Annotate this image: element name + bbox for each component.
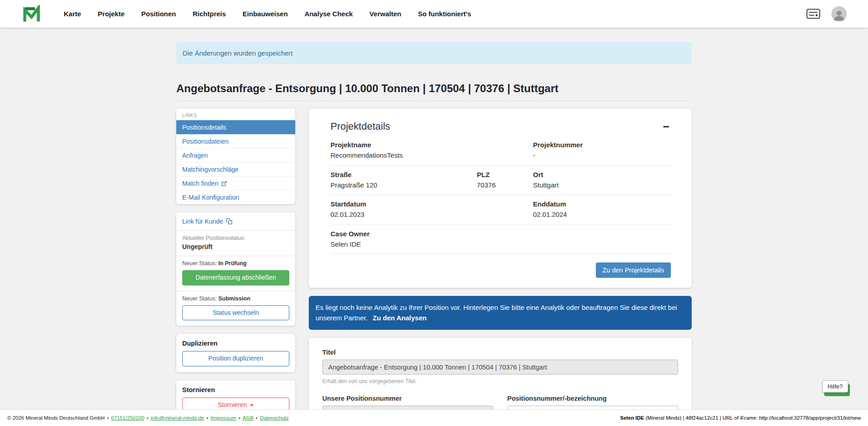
footer-separator [256,415,258,421]
main-nav: Karte Projekte Positionen Richtpreis Ein… [64,10,471,18]
detail-actions: Zu den Projektdetails [330,262,671,278]
complete-data-entry-button[interactable]: Datenerfassung abschließen [182,270,289,286]
nav-positionen[interactable]: Positionen [142,10,176,18]
footer-email-link[interactable]: info@mineral-minds.de [151,415,204,421]
sidebar-item-anfragen[interactable]: Anfragen [176,148,295,162]
new-status-line-2: Neuer Status: Submission [182,295,289,302]
footer-session-details: (Mineral Minds) | 48f24ac12c21 | URL of … [644,415,861,421]
field-plz: PLZ 70376 [477,170,533,190]
nav-karte[interactable]: Karte [64,10,81,18]
sidebar: LINKS Positionsdetails Positionsdateien … [176,108,295,426]
titel-input [322,360,678,375]
switch-status-button[interactable]: Status wechseln [182,305,289,321]
new-status-value-1: In Prüfung [218,260,247,267]
field-value: RecommendationsTests [330,151,477,160]
sidebar-item-match-finden[interactable]: Match finden [176,176,295,190]
success-alert: Die Änderungen wurden gespeichert [176,42,692,64]
field-startdatum: Startdatum 02.01.2023 [330,200,477,220]
new-status-label: Neuer Status: [182,260,217,267]
project-details-header: Projektdetails [330,121,671,132]
server-icon[interactable] [806,9,821,19]
analytics-link[interactable]: Zu den Analysen [373,314,426,322]
banner-text: Es liegt noch keine Analytik zu Ihrer Po… [316,304,677,322]
copy-icon [226,218,232,225]
links-heading: LINKS [176,108,295,120]
cancel-heading: Stornieren [176,380,295,398]
customer-link[interactable]: Link für Kunde [176,212,295,230]
current-status-value: Ungeprüft [182,243,289,250]
field-label: Case Owner [330,229,477,239]
nav-so-funktionierts[interactable]: So funktioniert's [418,10,471,18]
nav-richtpreis[interactable]: Richtpreis [193,10,226,18]
sidebar-item-positionsdateien[interactable]: Positionsdateien [176,134,295,148]
field-value: 70376 [477,181,533,190]
page-title: Angebotsanfrage - Entsorgung | 10.000 To… [176,82,692,101]
duplicate-position-button[interactable]: Position duplizieren [182,351,289,366]
detail-row: Startdatum 02.01.2023 Enddatum 02.01.202… [330,195,671,225]
collapse-minus-icon [663,126,669,127]
sidebar-item-label: Match finden [182,180,218,187]
field-enddatum: Enddatum 02.01.2024 [533,200,671,220]
footer-phone-link[interactable]: 07151/250100 [111,415,145,421]
sidebar-item-email-konfiguration[interactable]: E-Mail Konfiguration [176,190,295,204]
detail-row: Case Owner Selen IDE [330,225,671,255]
footer-separator [107,415,109,421]
collapse-button[interactable] [661,123,671,130]
field-label: Projektname [330,140,477,150]
new-status-value-2: Submission [218,295,250,302]
mineral-minds-logo-icon[interactable] [22,5,40,23]
nav-right [806,6,847,22]
caret-down-icon [250,404,254,407]
footer-datenschutz-link[interactable]: Datenschutz [260,415,289,421]
position-number-label: Unsere Positionsnummer [322,395,493,402]
cancel-button-label: Stornieren [218,401,247,410]
footer-user: Selen IDE [620,415,644,421]
footer: © 2026 Mineral Minds Deutschland GmbH 07… [0,409,868,426]
duplicate-heading: Duplizieren [176,334,295,351]
next-status-block-1: Neuer Status: In Prüfung Datenerfassung … [176,256,295,291]
field-spacer [477,200,533,220]
field-value: 02.01.2023 [330,210,477,219]
analytics-banner: Es liegt noch keine Analytik zu Ihrer Po… [309,296,692,330]
sidebar-item-matchingvorschlaege[interactable]: Matchingvorschläge [176,162,295,176]
page-container: Die Änderungen wurden gespeichert Angebo… [176,42,692,426]
content-row: LINKS Positionsdetails Positionsdateien … [176,108,692,426]
project-details-button[interactable]: Zu den Projektdetails [596,262,671,278]
field-label: Straße [330,170,477,179]
nav-analyse-check[interactable]: Analyse Check [305,10,353,18]
duplicate-button-wrap: Position duplizieren [176,351,295,372]
current-status-block: Aktueller Positionsstatus: Ungeprüft [176,231,295,256]
new-status-line-1: Neuer Status: In Prüfung [182,260,289,267]
avatar[interactable] [831,6,847,22]
project-details-card: Projektdetails Projektname Recommendatio… [309,108,692,288]
project-details-title: Projektdetails [330,121,390,132]
field-case-owner: Case Owner Selen IDE [330,229,477,249]
field-value: Pragstraße 120 [330,181,477,190]
nav-verwalten[interactable]: Verwalten [369,10,401,18]
footer-copyright: © 2026 Mineral Minds Deutschland GmbH [7,415,105,421]
footer-impressum-link[interactable]: Impressum [211,415,236,421]
field-value: Stuttgart [533,181,671,190]
footer-agb-link[interactable]: AGB [243,415,254,421]
footer-left: © 2026 Mineral Minds Deutschland GmbH 07… [7,415,289,421]
nav-einbauweisen[interactable]: Einbauweisen [243,10,288,18]
external-link-icon [221,181,227,187]
current-status-label: Aktueller Positionsstatus: [182,235,289,241]
sidebar-item-positionsdetails[interactable]: Positionsdetails [176,120,295,134]
nav-projekte[interactable]: Projekte [98,10,124,18]
field-value: - [533,151,671,160]
footer-separator [146,415,148,421]
detail-row: Projektname RecommendationsTests Projekt… [330,136,671,166]
detail-row: Straße Pragstraße 120 PLZ 70376 Ort Stut… [330,166,671,196]
top-nav: Karte Projekte Positionen Richtpreis Ein… [0,0,868,28]
field-label: Startdatum [330,200,477,209]
duplicate-card: Duplizieren Position duplizieren [176,334,295,372]
footer-session-info: Selen IDE (Mineral Minds) | 48f24ac12c21… [620,415,861,421]
help-fab: Hilfe? [822,380,848,393]
field-label: Enddatum [533,200,671,209]
field-projektnummer: Projektnummer - [533,140,671,160]
alert-text: Die Änderungen wurden gespeichert [183,49,293,57]
titel-group: Titel Erhält den von uns vorgegebenen Ti… [322,349,678,384]
help-button[interactable]: Hilfe? [822,380,848,393]
position-designation-label: Positionsnummer/-bezeichnung [507,395,678,402]
